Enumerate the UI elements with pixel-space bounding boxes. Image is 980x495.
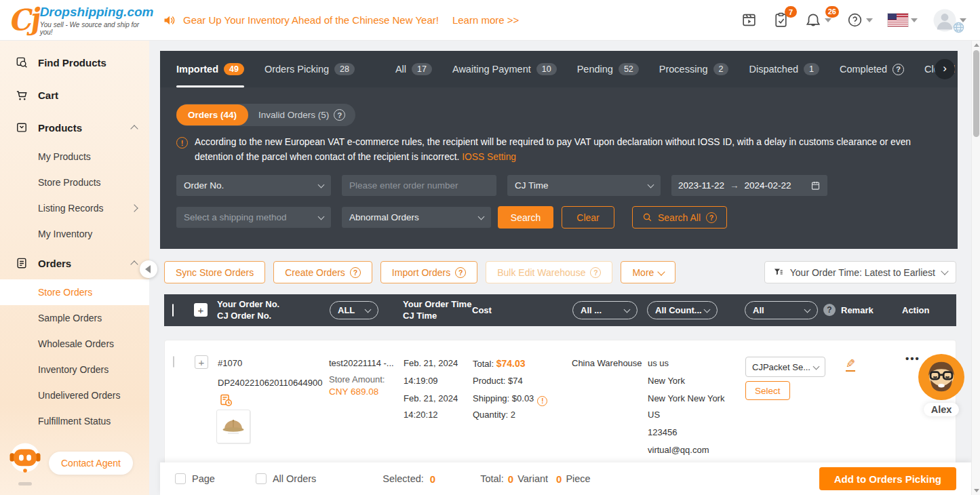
chevron-up-icon: [130, 125, 138, 132]
sidebar-item-undelivered-orders[interactable]: Undelivered Orders: [0, 382, 149, 408]
chevron-down-icon: [813, 363, 820, 370]
col-cost: Cost: [472, 305, 492, 315]
account-menu[interactable]: [933, 8, 966, 33]
address-line: New York: [648, 376, 685, 386]
import-orders-button[interactable]: Import Orders: [380, 261, 477, 283]
tab-pending[interactable]: Pending52: [577, 51, 639, 87]
contact-agent-button[interactable]: Contact Agent: [49, 452, 133, 475]
learn-more-link[interactable]: Learn more >>: [452, 14, 519, 26]
order-history-icon[interactable]: [219, 393, 233, 409]
sort-order-select[interactable]: Your Order Time: Latest to Earliest: [764, 261, 956, 283]
chevron-down-icon: [658, 268, 665, 275]
sidebar-item-products[interactable]: Products: [0, 111, 149, 144]
sidebar-label: Cart: [38, 90, 58, 101]
sidebar-item-orders[interactable]: Orders: [0, 247, 149, 279]
page-checkbox[interactable]: [175, 473, 186, 484]
expand-all-button[interactable]: [194, 303, 208, 317]
shipping-warning-icon[interactable]: [537, 396, 547, 406]
clear-button[interactable]: Clear: [562, 206, 614, 229]
scroll-down-arrow[interactable]: [974, 489, 979, 492]
all-orders-checkbox[interactable]: [256, 473, 267, 484]
ioss-setting-link[interactable]: IOSS Setting: [462, 152, 516, 162]
vertical-scrollbar[interactable]: [971, 41, 980, 495]
sidebar-item-listing-records[interactable]: Listing Records: [0, 195, 149, 221]
sidebar-item-store-orders[interactable]: Store Orders: [0, 279, 149, 305]
tab-processing[interactable]: Processing2: [659, 51, 729, 87]
tab-all[interactable]: All17: [395, 51, 432, 87]
row-order-no: #1070: [218, 358, 242, 368]
sidebar-item-find-products[interactable]: Find Products: [0, 46, 149, 79]
shipping-cost: Shipping: $0.03: [473, 393, 534, 403]
sidebar-item-my-inventory[interactable]: My Inventory: [0, 221, 149, 247]
subtab-invalid-orders[interactable]: Invalid Orders (5): [248, 104, 355, 126]
help-icon[interactable]: [823, 304, 836, 316]
status-filter-pill[interactable]: All: [745, 301, 818, 319]
shipping-service-select[interactable]: CJPacket Se...: [745, 357, 825, 377]
notifications-badge: 26: [825, 6, 839, 18]
time-type-select[interactable]: CJ Time: [507, 175, 661, 196]
megaphone-icon: [163, 14, 176, 27]
sidebar-item-cart[interactable]: Cart: [0, 79, 149, 111]
caret-down-icon: [911, 18, 918, 22]
sidebar-collapse-handle[interactable]: [140, 260, 157, 278]
cj-time-date: Feb. 21, 2024: [404, 393, 458, 403]
count-badge: 2: [713, 63, 729, 75]
abnormal-orders-select[interactable]: Abnormal Orders: [342, 207, 491, 228]
piece-count: 0: [556, 473, 562, 485]
chevron-down-icon: [365, 306, 372, 313]
col-remark: Remark: [841, 305, 874, 315]
sidebar-label: Products: [38, 122, 82, 134]
create-orders-button[interactable]: Create Orders: [273, 261, 372, 283]
language-selector[interactable]: [888, 14, 918, 26]
edit-remark-icon[interactable]: [846, 358, 855, 372]
row-expand-button[interactable]: [195, 355, 208, 369]
shipping-method-select[interactable]: Select a shipping method: [176, 207, 331, 228]
tab-completed[interactable]: Completed: [840, 51, 904, 87]
select-shipping-button[interactable]: Select: [745, 381, 790, 400]
search-all-button[interactable]: Search All: [632, 206, 727, 229]
product-thumbnail[interactable]: [216, 410, 250, 443]
more-button[interactable]: More: [621, 261, 675, 283]
sidebar-item-wholesale-orders[interactable]: Wholesale Orders: [0, 331, 149, 357]
help-icon[interactable]: [893, 64, 904, 75]
sidebar-item-fulfillment-status[interactable]: Fulfillment Status: [0, 408, 149, 434]
order-no-type-select[interactable]: Order No.: [176, 175, 331, 196]
sidebar-item-sample-orders[interactable]: Sample Orders: [0, 305, 149, 331]
sidebar-item-store-products[interactable]: Store Products: [0, 170, 149, 195]
search-button[interactable]: Search: [498, 206, 553, 229]
add-to-orders-picking-button[interactable]: Add to Orders Picking: [819, 467, 956, 490]
select-all-checkbox[interactable]: [172, 304, 174, 317]
country-filter-pill[interactable]: All Count...: [647, 301, 718, 319]
tab-dispatched[interactable]: Dispatched1: [749, 51, 819, 87]
bulk-edit-warehouse-button[interactable]: Bulk Edit Warehouse: [486, 261, 612, 283]
video-tutorial-icon[interactable]: [741, 12, 758, 28]
count-badge: 52: [619, 63, 639, 75]
count-badge: 10: [536, 63, 557, 75]
sidebar-item-inventory-orders[interactable]: Inventory Orders: [0, 357, 149, 382]
tabs-scroll-right-button[interactable]: [935, 59, 955, 79]
date-from: 2023-11-22: [678, 180, 724, 191]
tasks-icon[interactable]: 7: [772, 12, 789, 28]
scroll-up-arrow[interactable]: [974, 43, 979, 47]
sidebar-label: Orders: [38, 258, 71, 269]
chat-agent-widget[interactable]: Alex: [915, 354, 968, 416]
scrollbar-thumb[interactable]: [973, 50, 979, 137]
help-menu-icon[interactable]: [846, 12, 873, 28]
vat-notice: According to the new European VAT e-comm…: [176, 135, 941, 165]
sidebar-item-my-products[interactable]: My Products: [0, 144, 149, 170]
sync-store-orders-button[interactable]: Sync Store Orders: [164, 261, 265, 283]
warehouse-filter-pill[interactable]: All ...: [572, 301, 638, 319]
date-range-picker[interactable]: 2023-11-22 2024-02-22: [671, 175, 827, 196]
row-checkbox[interactable]: [173, 356, 174, 368]
order-number-input[interactable]: [342, 175, 496, 196]
cj-dropshipping-logo[interactable]: Cj Dropshipping.com You sell - We source…: [0, 5, 152, 36]
arrow-right-icon: [730, 180, 739, 191]
help-icon[interactable]: [334, 109, 345, 121]
tab-imported[interactable]: Imported49: [176, 51, 244, 87]
tab-awaiting-payment[interactable]: Awaiting Payment10: [452, 51, 557, 87]
notifications-bell-icon[interactable]: 26: [804, 12, 831, 29]
subtab-orders[interactable]: Orders (44): [176, 104, 248, 125]
tab-orders-picking[interactable]: Orders Picking28: [264, 51, 355, 87]
store-filter-pill[interactable]: ALL: [330, 301, 378, 319]
robot-mascot-icon[interactable]: [7, 440, 43, 486]
